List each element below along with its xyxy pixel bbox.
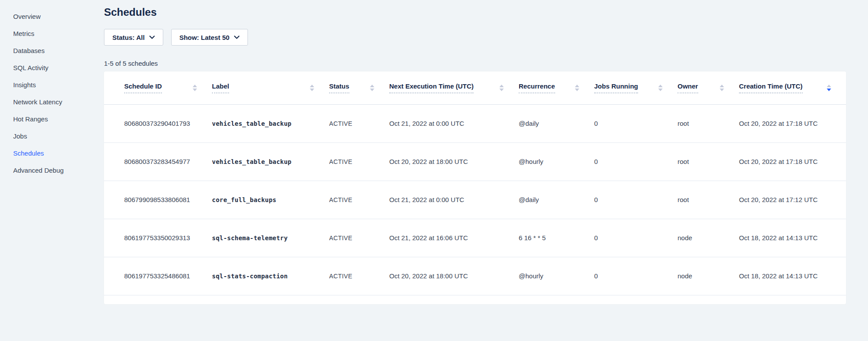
cell-jobs-running: 0 xyxy=(594,257,678,295)
table-body: 806800373290401793vehicles_table_backupA… xyxy=(104,104,846,295)
cell-recurrence: @hourly xyxy=(519,142,594,181)
sidebar-item-databases[interactable]: Databases xyxy=(0,42,104,59)
cell-schedule-id: 806799098533806081 xyxy=(104,181,212,219)
sidebar-item-metrics[interactable]: Metrics xyxy=(0,25,104,42)
table-row: 806197753325486081sql-stats-compactionAC… xyxy=(104,257,846,295)
column-header-label: Jobs Running xyxy=(594,82,638,93)
cell-next-execution-time: Oct 21, 2022 at 16:06 UTC xyxy=(389,219,519,257)
cell-next-execution-time: Oct 21, 2022 at 0:00 UTC xyxy=(389,104,519,142)
sidebar-item-jobs[interactable]: Jobs xyxy=(0,128,104,145)
column-header-status[interactable]: Status xyxy=(329,71,389,104)
show-filter-label: Show: Latest 50 xyxy=(179,34,230,41)
sort-icon[interactable] xyxy=(714,85,724,91)
column-header-label: Schedule ID xyxy=(124,82,162,93)
cell-next-execution-time: Oct 21, 2022 at 0:00 UTC xyxy=(389,181,519,219)
cell-creation-time: Oct 20, 2022 at 17:18 UTC xyxy=(739,104,846,142)
chevron-down-icon xyxy=(234,35,240,39)
cell-label: vehicles_table_backup xyxy=(212,142,329,181)
cell-recurrence: 6 16 * * 5 xyxy=(519,219,594,257)
table-row: 806799098533806081core_full_backupsACTIV… xyxy=(104,181,846,219)
column-header-label[interactable]: Label xyxy=(212,71,329,104)
column-header-label: Owner xyxy=(678,82,698,93)
table-row: 806800373290401793vehicles_table_backupA… xyxy=(104,104,846,142)
column-header-schedule-id[interactable]: Schedule ID xyxy=(104,71,212,104)
sort-icon[interactable] xyxy=(570,85,579,91)
cell-label: sql-stats-compaction xyxy=(212,257,329,295)
status-filter-label: Status: All xyxy=(112,34,145,41)
cell-label: vehicles_table_backup xyxy=(212,104,329,142)
page-title: Schedules xyxy=(104,6,846,18)
table-header-row: Schedule IDLabelStatusNext Execution Tim… xyxy=(104,71,846,104)
status-filter-dropdown[interactable]: Status: All xyxy=(104,29,163,46)
cell-jobs-running: 0 xyxy=(594,181,678,219)
cell-owner: node xyxy=(678,257,739,295)
sidebar-item-sql-activity[interactable]: SQL Activity xyxy=(0,59,104,76)
cell-status: ACTIVE xyxy=(329,257,389,295)
show-filter-dropdown[interactable]: Show: Latest 50 xyxy=(171,29,248,46)
cell-status: ACTIVE xyxy=(329,104,389,142)
cell-schedule-id: 806197753350029313 xyxy=(104,219,212,257)
schedules-table: Schedule IDLabelStatusNext Execution Tim… xyxy=(104,71,846,295)
cell-schedule-id: 806800373283454977 xyxy=(104,142,212,181)
column-header-next-execution-time[interactable]: Next Execution Time (UTC) xyxy=(389,71,519,104)
cell-status: ACTIVE xyxy=(329,219,389,257)
sort-icon[interactable] xyxy=(821,85,831,91)
chevron-down-icon xyxy=(149,35,155,39)
sort-icon[interactable] xyxy=(305,85,314,91)
cell-creation-time: Oct 18, 2022 at 14:13 UTC xyxy=(739,219,846,257)
column-header-label: Status xyxy=(329,82,349,93)
cell-owner: node xyxy=(678,219,739,257)
main-content: Schedules Status: All Show: Latest 50 1-… xyxy=(104,0,868,341)
sidebar-item-insights[interactable]: Insights xyxy=(0,76,104,93)
cell-status: ACTIVE xyxy=(329,142,389,181)
app-root: OverviewMetricsDatabasesSQL ActivityInsi… xyxy=(0,0,868,341)
sort-icon[interactable] xyxy=(494,85,504,91)
sidebar-item-overview[interactable]: Overview xyxy=(0,8,104,25)
cell-jobs-running: 0 xyxy=(594,142,678,181)
cell-recurrence: @hourly xyxy=(519,257,594,295)
sidebar: OverviewMetricsDatabasesSQL ActivityInsi… xyxy=(0,0,104,341)
cell-recurrence: @daily xyxy=(519,104,594,142)
cell-recurrence: @daily xyxy=(519,181,594,219)
cell-next-execution-time: Oct 20, 2022 at 18:00 UTC xyxy=(389,142,519,181)
cell-schedule-id: 806800373290401793 xyxy=(104,104,212,142)
cell-owner: root xyxy=(678,181,739,219)
column-header-recurrence[interactable]: Recurrence xyxy=(519,71,594,104)
sidebar-item-hot-ranges[interactable]: Hot Ranges xyxy=(0,110,104,128)
filter-bar: Status: All Show: Latest 50 xyxy=(104,29,846,46)
cell-label: core_full_backups xyxy=(212,181,329,219)
sort-icon[interactable] xyxy=(365,85,374,91)
cell-creation-time: Oct 20, 2022 at 17:18 UTC xyxy=(739,142,846,181)
sidebar-nav-list: OverviewMetricsDatabasesSQL ActivityInsi… xyxy=(0,8,104,179)
column-header-owner[interactable]: Owner xyxy=(678,71,739,104)
cell-label: sql-schema-telemetry xyxy=(212,219,329,257)
cell-owner: root xyxy=(678,142,739,181)
sidebar-item-network-latency[interactable]: Network Latency xyxy=(0,93,104,110)
column-header-label: Label xyxy=(212,82,229,93)
cell-creation-time: Oct 20, 2022 at 17:12 UTC xyxy=(739,181,846,219)
cell-next-execution-time: Oct 20, 2022 at 18:00 UTC xyxy=(389,257,519,295)
sort-icon[interactable] xyxy=(187,85,197,91)
cell-schedule-id: 806197753325486081 xyxy=(104,257,212,295)
cell-jobs-running: 0 xyxy=(594,219,678,257)
table-row: 806197753350029313sql-schema-telemetryAC… xyxy=(104,219,846,257)
sidebar-item-advanced-debug[interactable]: Advanced Debug xyxy=(0,162,104,179)
column-header-label: Next Execution Time (UTC) xyxy=(389,82,473,93)
cell-jobs-running: 0 xyxy=(594,104,678,142)
cell-status: ACTIVE xyxy=(329,181,389,219)
schedules-table-card: Schedule IDLabelStatusNext Execution Tim… xyxy=(104,71,846,304)
cell-owner: root xyxy=(678,104,739,142)
column-header-creation-time[interactable]: Creation Time (UTC) xyxy=(739,71,846,104)
column-header-jobs-running[interactable]: Jobs Running xyxy=(594,71,678,104)
sort-icon[interactable] xyxy=(653,85,663,91)
results-count: 1-5 of 5 schedules xyxy=(104,60,846,67)
cell-creation-time: Oct 18, 2022 at 14:13 UTC xyxy=(739,257,846,295)
column-header-label: Recurrence xyxy=(519,82,555,93)
table-row: 806800373283454977vehicles_table_backupA… xyxy=(104,142,846,181)
sidebar-item-schedules[interactable]: Schedules xyxy=(0,145,104,162)
column-header-label: Creation Time (UTC) xyxy=(739,82,803,93)
